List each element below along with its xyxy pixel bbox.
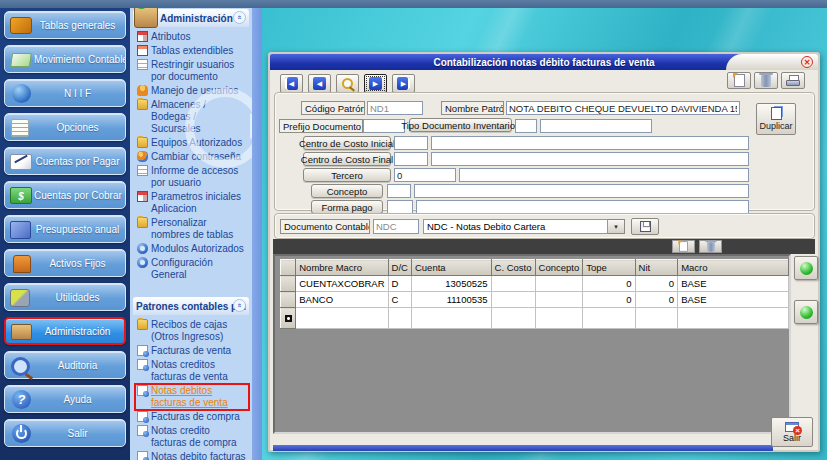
sidebar-item-auditoria[interactable]: Auditoria (4, 351, 126, 379)
concepto-name-input[interactable] (414, 184, 749, 198)
next-record-button[interactable]: ▶ (364, 74, 387, 93)
centro-costo-final-button[interactable]: Centro de Costo Final (303, 152, 391, 166)
collapse-chevron-icon[interactable]: « (233, 299, 246, 312)
table-row[interactable]: CUENTAXCOBRAR D 13050525 0 0 BASE (281, 276, 789, 292)
centro-costo-final-code-input[interactable] (394, 152, 428, 166)
row-selector[interactable] (281, 292, 296, 308)
menu-item-parametros-iniciales[interactable]: Parametros iniciales Aplicacion (136, 191, 248, 215)
nombre-patron-input[interactable] (506, 101, 740, 115)
tipo-documento-inventarios-button[interactable]: Tipo Documento Inventarios (409, 118, 512, 132)
menu-item-almacenes[interactable]: Almacenes / Bodegas / Sucursales (136, 99, 248, 135)
forma-pago-code-input[interactable] (387, 200, 413, 214)
previous-record-button[interactable]: ◀ (308, 74, 331, 93)
grid-new-row-button[interactable] (672, 240, 695, 253)
table-row-new[interactable] (281, 308, 789, 329)
last-record-icon: ▶ (397, 77, 410, 90)
concepto-code-input[interactable] (387, 184, 411, 198)
sidebar-item-activos-fijos[interactable]: Activos Fijos (4, 249, 126, 277)
centro-costo-final-name-input[interactable] (431, 152, 749, 166)
salir-button[interactable]: Salir (771, 417, 813, 447)
section-header[interactable]: Administración « (133, 9, 249, 27)
new-record-button[interactable] (727, 72, 751, 89)
macros-grid[interactable]: Nombre Macro D/C Cuenta C. Costo Concept… (280, 259, 789, 329)
menu-item-notas-debitos-venta[interactable]: Notas debitos facturas de venta (136, 385, 248, 409)
sidebar-item-tablas-generales[interactable]: Tablas generales (4, 11, 126, 39)
floppy-disk-icon (640, 221, 651, 232)
folder-icon (137, 319, 148, 330)
menu-item-facturas-compra[interactable]: Facturas de compra (136, 411, 248, 423)
menu-item-facturas-venta[interactable]: Facturas de venta (136, 345, 248, 357)
menu-item-notas-debito-compra[interactable]: Notas debito facturas de compra (136, 451, 248, 460)
nombre-patron-label: Nombre Patrón (441, 101, 504, 115)
first-record-button[interactable]: ◀ (280, 74, 303, 93)
grid-action-top-button[interactable] (794, 256, 818, 280)
tercero-code-input[interactable] (394, 168, 456, 182)
column-header[interactable]: Macro (678, 260, 789, 276)
column-header[interactable]: Nit (635, 260, 678, 276)
column-header[interactable]: D/C (388, 260, 411, 276)
tercero-name-input[interactable] (459, 168, 749, 182)
close-icon[interactable]: ✕ (801, 56, 813, 68)
menu-item-informe-accesos[interactable]: Informe de accesos por usuario (136, 165, 248, 189)
combo-value: NDC - Notas Debito Cartera (423, 219, 608, 234)
sidebar-item-opciones[interactable]: Opciones (4, 113, 126, 141)
column-header[interactable]: Concepto (535, 260, 583, 276)
tercero-button[interactable]: Tercero (303, 168, 391, 182)
last-record-button[interactable]: ▶ (392, 74, 415, 93)
sidebar-item-niif[interactable]: N I I F (4, 79, 126, 107)
menu-item-modulos-autorizados[interactable]: Modulos Autorizados (136, 243, 248, 255)
concepto-button[interactable]: Concepto (311, 184, 383, 198)
menu-item-recibos-cajas[interactable]: Recibos de cajas (Otros Ingresos) (136, 319, 248, 343)
row-selector[interactable] (281, 308, 296, 329)
menu-item-personalizar-nombres[interactable]: Personalizar nombres de tablas (136, 217, 248, 241)
prefijo-documento-label: Prefijo Documento (279, 119, 363, 133)
save-button[interactable] (631, 218, 659, 235)
column-header[interactable]: C. Costo (491, 260, 535, 276)
documento-contable-code-input[interactable] (373, 219, 419, 234)
menu-item-cambiar-contrasena[interactable]: Cambiar contraseña (136, 151, 248, 163)
menu-item-notas-creditos-venta[interactable]: Notas creditos facturas de venta (136, 359, 248, 383)
trash-icon (707, 242, 715, 252)
sidebar-item-presupuesto-anual[interactable]: Presupuesto anual (4, 215, 126, 243)
column-header[interactable]: Tope (583, 260, 635, 276)
sidebar-item-administracion[interactable]: Administración (4, 317, 126, 345)
forma-pago-name-input[interactable] (416, 200, 749, 214)
menu-item-restringir-usuarios[interactable]: Restringir usuarios por documento (136, 59, 248, 83)
duplicar-button[interactable]: Duplicar (756, 103, 796, 135)
sidebar-item-ayuda[interactable]: ?Ayuda (4, 385, 126, 413)
collapse-chevron-icon[interactable]: « (233, 11, 246, 24)
column-header[interactable]: Nombre Macro (296, 260, 388, 276)
search-button[interactable] (336, 74, 359, 93)
sidebar-item-cuentas-por-pagar[interactable]: Cuentas por Pagar (4, 147, 126, 175)
menu-item-configuracion-general[interactable]: Configuración General (136, 257, 248, 281)
centro-costo-inicial-name-input[interactable] (431, 136, 749, 150)
money-move-icon (9, 50, 33, 69)
tipo-documento-name-input[interactable] (540, 119, 652, 133)
prefijo-documento-input[interactable] (363, 119, 405, 133)
menu-item-manejo-usuarios[interactable]: Manejo de usuarios (136, 85, 248, 97)
centro-costo-inicial-button[interactable]: Centro de Costo Inicial (303, 136, 391, 150)
table-row[interactable]: BANCO C 11100535 0 0 BASE (281, 292, 789, 308)
forma-pago-button[interactable]: Forma pago (311, 200, 383, 214)
delete-record-button[interactable] (754, 72, 778, 89)
column-header[interactable]: Cuenta (411, 260, 491, 276)
menu-item-notas-credito-compra[interactable]: Notas credito facturas de compra (136, 425, 248, 449)
grid-delete-row-button[interactable] (699, 240, 722, 253)
centro-costo-inicial-code-input[interactable] (394, 136, 428, 150)
tipo-documento-code-input[interactable] (515, 119, 537, 133)
sidebar-item-movimiento-contable[interactable]: Movimiento Contable (4, 45, 126, 73)
row-selector[interactable] (281, 276, 296, 292)
print-button[interactable] (781, 72, 805, 89)
grid-action-bottom-button[interactable] (794, 300, 818, 324)
chevron-down-icon[interactable]: ▼ (608, 219, 625, 234)
section-header[interactable]: Patrones contables por do... « (133, 297, 249, 315)
menu-item-equipos-autorizados[interactable]: Equipos Autorizados (136, 137, 248, 149)
sidebar-item-utilidades[interactable]: Utilidades (4, 283, 126, 311)
codigo-patron-input[interactable] (367, 101, 423, 115)
menu-item-atributos[interactable]: Atributos (136, 31, 248, 43)
sidebar-item-salir[interactable]: Salir (4, 419, 126, 447)
documento-contable-group: Documento Contable NDC - Notas Debito Ca… (274, 213, 815, 239)
sidebar-item-cuentas-por-cobrar[interactable]: $Cuentas por Cobrar (4, 181, 126, 209)
menu-item-tablas-extendibles[interactable]: Tablas extendibles (136, 45, 248, 57)
documento-contable-combo[interactable]: NDC - Notas Debito Cartera ▼ (423, 219, 625, 234)
